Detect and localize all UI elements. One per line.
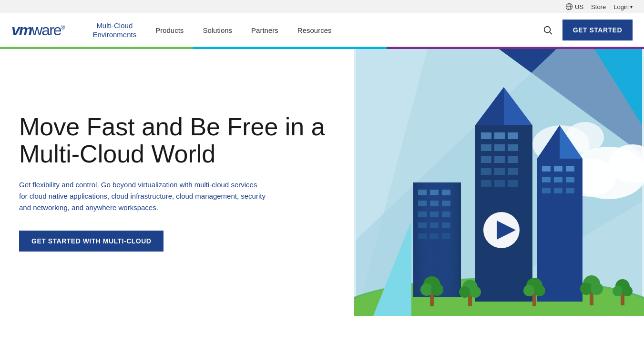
svg-rect-44 xyxy=(494,156,505,163)
get-started-button[interactable]: GET STARTED xyxy=(562,20,633,40)
hero-subtitle: Get flexibility and control. Go beyond v… xyxy=(19,179,267,213)
svg-rect-58 xyxy=(542,177,551,182)
svg-rect-29 xyxy=(430,222,439,228)
svg-rect-21 xyxy=(442,190,450,195)
svg-rect-50 xyxy=(494,180,505,187)
svg-point-73 xyxy=(470,286,481,298)
svg-rect-74 xyxy=(532,293,536,306)
svg-point-85 xyxy=(622,286,633,296)
svg-rect-47 xyxy=(494,168,505,175)
svg-point-84 xyxy=(613,286,623,296)
hero-cta-button[interactable]: GET STARTED WITH MULTI-CLOUD xyxy=(19,231,164,252)
nav-item-multi-cloud[interactable]: Multi-CloudEnvironments xyxy=(83,13,146,47)
svg-point-72 xyxy=(459,286,470,298)
top-bar: US Store Login ▾ xyxy=(0,0,644,13)
hero-left: Move Fast and Be Free in a Multi-Cloud W… xyxy=(0,49,354,316)
svg-rect-26 xyxy=(430,212,439,217)
svg-rect-31 xyxy=(418,233,427,239)
svg-rect-41 xyxy=(494,144,505,151)
nav-item-resources[interactable]: Resources xyxy=(288,13,341,47)
hero-illustration-area xyxy=(354,49,644,316)
svg-rect-55 xyxy=(542,166,551,171)
svg-rect-43 xyxy=(481,156,491,163)
svg-rect-28 xyxy=(418,222,427,228)
svg-rect-61 xyxy=(542,188,551,193)
svg-rect-63 xyxy=(566,188,574,193)
svg-rect-40 xyxy=(481,144,491,151)
search-button[interactable] xyxy=(541,23,555,37)
nav-item-partners[interactable]: Partners xyxy=(242,13,288,47)
svg-rect-24 xyxy=(442,201,450,206)
nav-item-products[interactable]: Products xyxy=(146,13,193,47)
nav-bar: vmware® Multi-CloudEnvironments Products… xyxy=(0,13,644,47)
svg-rect-57 xyxy=(566,166,574,171)
svg-rect-39 xyxy=(508,132,518,139)
svg-rect-59 xyxy=(554,177,562,182)
svg-rect-23 xyxy=(430,201,439,206)
svg-point-76 xyxy=(523,285,535,296)
svg-point-81 xyxy=(591,282,603,295)
svg-rect-51 xyxy=(508,180,518,187)
svg-rect-38 xyxy=(494,132,505,139)
svg-rect-62 xyxy=(554,188,562,193)
svg-rect-42 xyxy=(508,144,518,151)
nav-item-solutions[interactable]: Solutions xyxy=(193,13,242,47)
nav-right: GET STARTED xyxy=(541,20,633,40)
svg-rect-37 xyxy=(481,132,491,139)
svg-rect-22 xyxy=(418,201,427,206)
svg-rect-20 xyxy=(430,190,439,195)
nav-links: Multi-CloudEnvironments Products Solutio… xyxy=(83,13,540,47)
store-link[interactable]: Store xyxy=(591,3,606,10)
vmware-logo[interactable]: vmware® xyxy=(11,21,64,39)
svg-line-4 xyxy=(550,32,552,34)
region-selector[interactable]: US xyxy=(565,3,583,10)
svg-rect-56 xyxy=(554,166,562,171)
svg-rect-49 xyxy=(481,180,491,187)
svg-rect-33 xyxy=(442,233,450,239)
svg-point-3 xyxy=(544,27,550,33)
svg-point-69 xyxy=(431,283,443,296)
svg-rect-45 xyxy=(508,156,518,163)
svg-rect-48 xyxy=(508,168,518,175)
search-icon xyxy=(542,25,553,35)
svg-rect-32 xyxy=(430,233,439,239)
svg-rect-30 xyxy=(442,222,450,228)
svg-point-77 xyxy=(534,285,545,296)
hero-section: Move Fast and Be Free in a Multi-Cloud W… xyxy=(0,49,644,316)
svg-rect-19 xyxy=(418,190,427,195)
svg-rect-46 xyxy=(481,168,491,175)
svg-rect-27 xyxy=(442,212,450,217)
svg-rect-60 xyxy=(566,177,574,182)
login-link[interactable]: Login ▾ xyxy=(613,3,633,10)
svg-rect-25 xyxy=(418,212,427,217)
chevron-down-icon: ▾ xyxy=(630,4,633,10)
region-label: US xyxy=(575,3,583,10)
globe-icon xyxy=(565,3,573,10)
hero-title: Move Fast and Be Free in a Multi-Cloud W… xyxy=(19,113,335,168)
